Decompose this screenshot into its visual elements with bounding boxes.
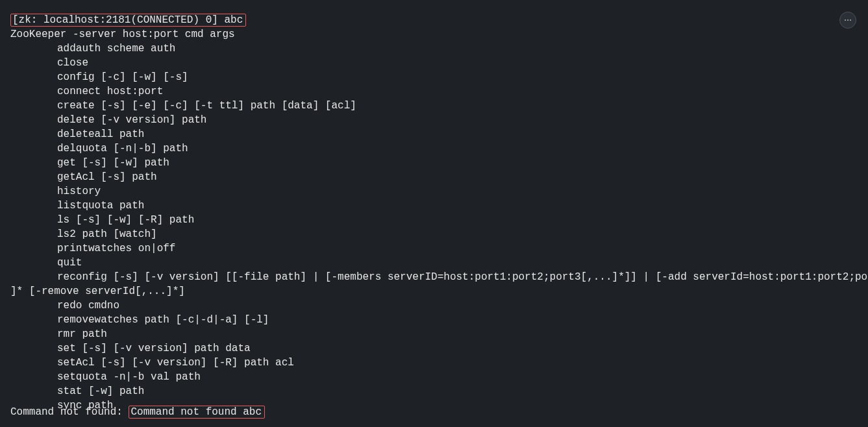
command-help-line: printwatches on|off <box>10 241 868 256</box>
command-help-line: ls [-s] [-w] [-R] path <box>10 213 868 227</box>
command-help-line: deleteall path <box>10 127 868 141</box>
usage-header: ZooKeeper -server host:port cmd args <box>10 27 868 42</box>
command-help-line-wrap: ]* [-remove serverId[,...]*] <box>10 284 868 299</box>
command-help-line: ls2 path [watch] <box>10 227 868 241</box>
command-help-line: history <box>10 184 868 199</box>
command-help-line: config [-c] [-w] [-s] <box>10 70 868 84</box>
command-help-line: setAcl [-s] [-v version] [-R] path acl <box>10 356 868 370</box>
command-help-line: rmr path <box>10 327 868 341</box>
command-help-line: delquota [-n|-b] path <box>10 141 868 156</box>
command-help-line: listquota path <box>10 199 868 213</box>
command-help-line: removewatches path [-c|-d|-a] [-l] <box>10 313 868 327</box>
command-help-line: redo cmdno <box>10 299 868 313</box>
command-help-line: close <box>10 56 868 70</box>
command-help-line: stat [-w] path <box>10 384 868 398</box>
terminal-output[interactable]: [zk: localhost:2181(CONNECTED) 0] abcZoo… <box>10 13 868 413</box>
command-help-line: setquota -n|-b val path <box>10 370 868 384</box>
terminal-footer: Command not found: Command not found abc <box>10 405 265 419</box>
command-help-line: create [-s] [-e] [-c] [-t ttl] path [dat… <box>10 99 868 113</box>
command-help-line: delete [-v version] path <box>10 113 868 127</box>
command-help-line: set [-s] [-v version] path data <box>10 341 868 356</box>
footer-error-highlight: Command not found abc <box>129 406 265 419</box>
prompt-line: [zk: localhost:2181(CONNECTED) 0] abc <box>10 13 868 27</box>
prompt-highlight: [zk: localhost:2181(CONNECTED) 0] abc <box>10 14 246 27</box>
footer-prefix: Command not found: <box>10 406 129 418</box>
command-help-line: addauth scheme auth <box>10 42 868 56</box>
command-help-line: reconfig [-s] [-v version] [[-file path]… <box>10 270 868 284</box>
command-help-line: get [-s] [-w] path <box>10 156 868 170</box>
command-help-line: connect host:port <box>10 84 868 99</box>
command-help-line: quit <box>10 256 868 270</box>
command-help-line: getAcl [-s] path <box>10 170 868 184</box>
